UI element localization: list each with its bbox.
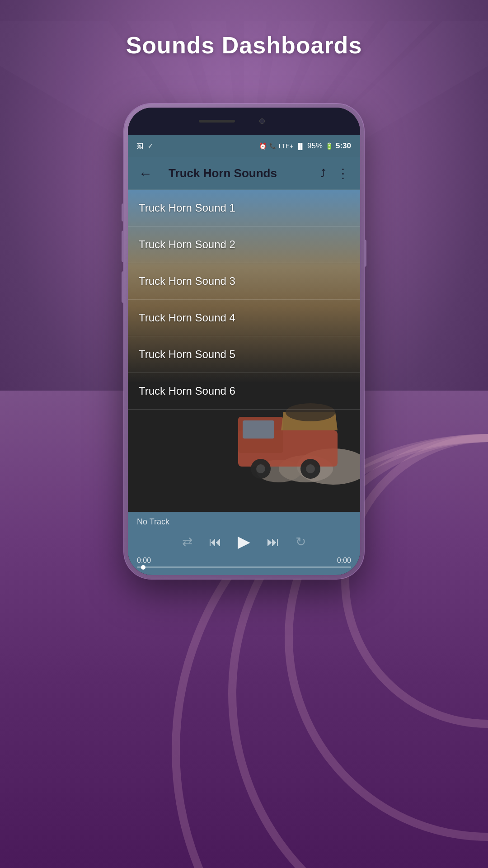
sound-item-4[interactable]: Truck Horn Sound 4 [128, 300, 360, 336]
status-left: 🖼 ✓ [137, 142, 153, 150]
sound-item-6[interactable]: Truck Horn Sound 6 [128, 373, 360, 410]
app-bar-title: Truck Horn Sounds [133, 166, 312, 180]
play-button[interactable]: ▶ [236, 530, 252, 553]
volume-up-button [122, 203, 124, 222]
svg-point-18 [256, 464, 265, 473]
progress-bar[interactable] [137, 566, 351, 568]
sound-item-label-2: Truck Horn Sound 2 [139, 238, 235, 250]
signal-bars: ▐▌ [296, 143, 305, 150]
sound-item-label-1: Truck Horn Sound 1 [139, 202, 235, 214]
shuffle-button[interactable]: ⇄ [180, 533, 194, 551]
phone-top-bar [128, 108, 360, 135]
more-options-button[interactable]: ⋮ [334, 163, 352, 184]
page-title: Sounds Dashboards [126, 32, 362, 59]
status-bar: 🖼 ✓ ⏰ 📞 LTE+ ▐▌ 95% 🔋 5:30 [128, 135, 360, 157]
lte-label: LTE+ [279, 142, 294, 150]
silent-button [122, 271, 124, 303]
speaker [199, 120, 235, 123]
power-button [364, 240, 366, 267]
sound-item-2[interactable]: Truck Horn Sound 2 [128, 226, 360, 263]
screen-content: ← Truck Horn Sounds ⤴ ⋮ [128, 157, 360, 575]
skip-prev-button[interactable]: ⏮ [207, 533, 223, 551]
sound-item-3[interactable]: Truck Horn Sound 3 [128, 263, 360, 300]
phone-screen: 🖼 ✓ ⏰ 📞 LTE+ ▐▌ 95% 🔋 5:30 ← T [128, 108, 360, 575]
svg-rect-16 [243, 420, 274, 439]
sound-item-label-6: Truck Horn Sound 6 [139, 385, 235, 397]
progress-indicator [141, 565, 145, 570]
app-bar: ← Truck Horn Sounds ⤴ ⋮ [128, 157, 360, 190]
sound-item-label-4: Truck Horn Sound 4 [139, 311, 235, 324]
phone-outer: 🖼 ✓ ⏰ 📞 LTE+ ▐▌ 95% 🔋 5:30 ← T [124, 104, 364, 579]
call-icon: 📞 [269, 143, 276, 149]
time-display: 5:30 [336, 142, 351, 151]
notification-icon: 🖼 [137, 142, 143, 150]
volume-down-button [122, 231, 124, 262]
no-track-label: No Track [137, 517, 351, 527]
player-times: 0:00 0:00 [137, 557, 351, 565]
svg-point-20 [306, 464, 315, 473]
sound-item-label-5: Truck Horn Sound 5 [139, 348, 235, 360]
sound-list: Truck Horn Sound 1 Truck Horn Sound 2 Tr… [128, 190, 360, 512]
time-end: 0:00 [337, 557, 351, 565]
sound-item-5[interactable]: Truck Horn Sound 5 [128, 336, 360, 373]
battery-percent: 95% [307, 142, 323, 151]
check-icon: ✓ [148, 142, 153, 150]
sound-item-label-3: Truck Horn Sound 3 [139, 275, 235, 287]
camera-dot [259, 118, 265, 124]
alarm-icon: ⏰ [259, 142, 267, 150]
sound-item-1[interactable]: Truck Horn Sound 1 [128, 190, 360, 226]
status-right: ⏰ 📞 LTE+ ▐▌ 95% 🔋 5:30 [259, 142, 351, 151]
player-bar: No Track ⇄ ⏮ ▶ ⏭ ↻ 0:00 0:00 [128, 512, 360, 575]
camera-area [235, 116, 289, 126]
skip-next-button[interactable]: ⏭ [265, 533, 281, 551]
time-start: 0:00 [137, 557, 151, 565]
repeat-button[interactable]: ↻ [294, 533, 308, 551]
player-controls: ⇄ ⏮ ▶ ⏭ ↻ [137, 530, 351, 553]
battery-icon: 🔋 [325, 142, 333, 150]
share-button[interactable]: ⤴ [318, 165, 328, 183]
phone-mockup: 🖼 ✓ ⏰ 📞 LTE+ ▐▌ 95% 🔋 5:30 ← T [124, 104, 364, 579]
